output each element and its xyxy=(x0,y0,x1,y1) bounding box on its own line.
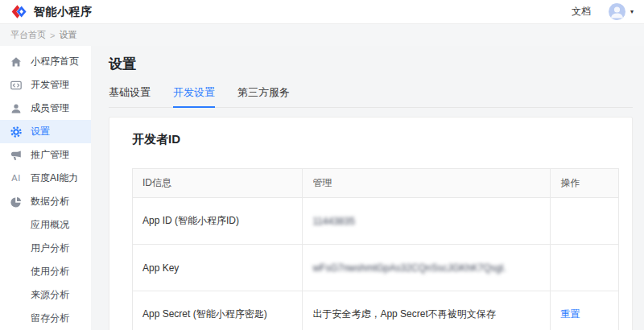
card-title: 开发者ID xyxy=(132,132,619,147)
logo-text: 智能小程序 xyxy=(34,5,93,19)
sidebar-item-label: 推广管理 xyxy=(31,148,69,162)
tab-basic-settings[interactable]: 基础设置 xyxy=(109,85,151,107)
page-title: 设置 xyxy=(109,55,633,73)
app-secret-note: 出于安全考虑，App Secret不再被明文保存 xyxy=(303,291,551,330)
sidebar-item-data-analysis[interactable]: 数据分析 xyxy=(0,190,91,213)
app-secret-label: App Secret (智能小程序密匙) xyxy=(133,291,303,330)
app-id-label: App ID (智能小程序ID) xyxy=(133,198,303,245)
user-icon xyxy=(609,3,625,20)
table-row-app-key: App Key wFsG7nwshmtGpAs32CQnSscJGKhK7Qsg… xyxy=(133,245,619,291)
sidebar-subitem-label: 来源分析 xyxy=(31,288,69,302)
breadcrumb-settings: 设置 xyxy=(59,29,76,41)
sidebar-subitem-label: 用户分析 xyxy=(31,241,69,255)
column-header-manage: 管理 xyxy=(303,169,551,198)
breadcrumb: 平台首页 > 设置 xyxy=(0,24,644,46)
docs-link[interactable]: 文档 xyxy=(572,5,591,19)
logo[interactable]: 智能小程序 xyxy=(10,4,93,19)
sidebar-item-home[interactable]: 小程序首页 xyxy=(0,50,91,73)
sidebar-subitem-source-analysis[interactable]: 来源分析 xyxy=(0,283,91,307)
table-header-row: ID信息 管理 操作 xyxy=(133,169,619,198)
breadcrumb-platform-home[interactable]: 平台首页 xyxy=(10,29,46,41)
table-row-app-id: App ID (智能小程序ID) 11443835 xyxy=(133,198,619,245)
sidebar-item-promotion[interactable]: 推广管理 xyxy=(0,143,91,167)
sidebar-item-label: 百度AI能力 xyxy=(31,171,78,185)
page-layout: 小程序首页 开发管理 成员管理 xyxy=(0,46,644,330)
sidebar-item-member-management[interactable]: 成员管理 xyxy=(0,97,91,120)
megaphone-icon xyxy=(10,150,22,161)
app-id-action-cell xyxy=(551,198,619,245)
top-header: 智能小程序 文档 ▾ xyxy=(0,0,644,24)
app-key-value: wFsG7nwshmtGpAs32CQnSscJGKhK7Qsgl. xyxy=(312,262,506,274)
developer-id-card: 开发者ID ID信息 管理 操作 App ID (智能小程序ID) 114438… xyxy=(109,117,633,330)
table-row-app-secret: App Secret (智能小程序密匙) 出于安全考虑，App Secret不再… xyxy=(133,291,619,330)
sidebar: 小程序首页 开发管理 成员管理 xyxy=(0,46,91,330)
sidebar-item-settings[interactable]: 设置 xyxy=(0,120,91,143)
sidebar-subitem-label: 使用分析 xyxy=(31,265,69,278)
sidebar-subitem-usage-analysis[interactable]: 使用分析 xyxy=(0,260,91,283)
header-right: 文档 ▾ xyxy=(572,3,634,20)
app-id-value: 11443835 xyxy=(312,216,355,227)
column-header-id-info: ID信息 xyxy=(133,169,303,198)
sidebar-subitem-label: 留存分析 xyxy=(31,311,69,325)
sidebar-subitem-app-overview[interactable]: 应用概况 xyxy=(0,213,91,237)
reset-link[interactable]: 重置 xyxy=(560,308,580,320)
sidebar-item-label: 小程序首页 xyxy=(31,55,79,68)
sidebar-item-label: 设置 xyxy=(31,125,50,138)
column-header-action: 操作 xyxy=(551,169,619,198)
logo-icon xyxy=(10,4,28,19)
tab-dev-settings[interactable]: 开发设置 xyxy=(173,85,215,107)
gear-icon xyxy=(10,126,22,138)
settings-tabs: 基础设置 开发设置 第三方服务 xyxy=(109,85,633,108)
pie-chart-icon xyxy=(10,196,22,208)
ai-icon: AI xyxy=(10,173,22,184)
code-icon xyxy=(10,80,22,91)
developer-id-table: ID信息 管理 操作 App ID (智能小程序ID) 11443835 App… xyxy=(132,168,619,330)
breadcrumb-separator: > xyxy=(50,31,55,40)
main-content: 设置 基础设置 开发设置 第三方服务 开发者ID ID信息 管理 操作 xyxy=(91,46,644,330)
app-key-action-cell xyxy=(551,245,619,291)
sidebar-item-dev-management[interactable]: 开发管理 xyxy=(0,73,91,97)
chevron-down-icon[interactable]: ▾ xyxy=(630,9,634,15)
sidebar-subitem-retention-analysis[interactable]: 留存分析 xyxy=(0,307,91,330)
sidebar-item-baidu-ai[interactable]: AI 百度AI能力 xyxy=(0,167,91,190)
tab-third-party[interactable]: 第三方服务 xyxy=(237,85,290,107)
sidebar-subitem-user-analysis[interactable]: 用户分析 xyxy=(0,237,91,260)
member-icon xyxy=(10,103,22,114)
sidebar-subitem-label: 应用概况 xyxy=(31,218,69,232)
sidebar-item-label: 开发管理 xyxy=(31,78,69,92)
sidebar-item-label: 数据分析 xyxy=(31,195,69,208)
sidebar-item-label: 成员管理 xyxy=(31,101,69,115)
avatar[interactable] xyxy=(609,3,625,20)
home-icon xyxy=(10,56,22,68)
app-key-label: App Key xyxy=(133,245,303,291)
